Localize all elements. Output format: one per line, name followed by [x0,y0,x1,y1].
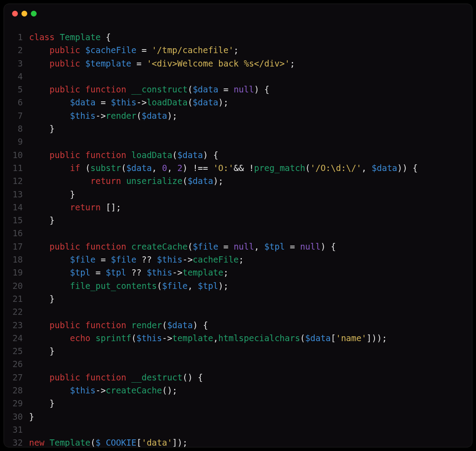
line-content[interactable]: $this->createCache(); [29,384,177,397]
token-var: $cacheFile [85,45,136,55]
line-content[interactable]: } [29,345,55,358]
code-line[interactable]: 18 $file = $file ?? $this->cacheFile; [8,253,468,266]
line-content[interactable] [29,227,34,240]
code-line[interactable]: 29 } [8,397,468,410]
code-line[interactable]: 21 } [8,292,468,305]
token-pn: ( [188,97,193,107]
line-content[interactable]: } [29,397,55,410]
token-pn: , [152,163,162,173]
code-line[interactable]: 1class Template { [8,31,468,44]
line-content[interactable]: file_put_contents($file, $tpl); [29,280,228,292]
token-pn: )) { [397,163,418,173]
code-line[interactable]: 20 file_put_contents($file, $tpl); [8,280,468,292]
line-content[interactable]: public function __construct($data = null… [29,83,270,96]
line-content[interactable] [29,423,34,436]
close-icon[interactable] [12,11,18,17]
code-line[interactable]: 31 [8,423,468,436]
code-line[interactable]: 7 $this->render($data); [8,109,468,122]
line-number: 16 [8,227,29,240]
code-line[interactable]: 32new Template($_COOKIE['data']); [8,436,468,447]
code-line[interactable]: 10 public function loadData($data) { [8,149,468,162]
token-kw: public [50,58,80,68]
line-content[interactable] [29,135,34,148]
line-content[interactable]: public $cacheFile = '/tmp/cachefile'; [29,44,239,57]
line-content[interactable]: $tpl = $tpl ?? $this->template; [29,266,228,279]
line-content[interactable]: $data = $this->loadData($data); [29,96,228,109]
code-line[interactable]: 11 if (substr($data, 0, 2) !== 'O:'&& !p… [8,162,468,175]
code-line[interactable]: 22 [8,305,468,318]
line-number: 17 [8,240,29,253]
line-content[interactable]: } [29,410,34,423]
token-pn [90,333,95,343]
code-line[interactable]: 12 return unserialize($data); [8,175,468,188]
line-content[interactable] [29,358,34,371]
token-pn [29,320,50,330]
line-content[interactable]: } [29,122,55,135]
code-line[interactable]: 19 $tpl = $tpl ?? $this->template; [8,266,468,279]
line-content[interactable]: return []; [29,201,121,214]
code-line[interactable]: 17 public function createCache($file = n… [8,240,468,253]
token-pn [29,111,70,121]
token-pn [29,176,90,186]
token-var: $tpl [70,267,91,277]
line-content[interactable]: public function createCache($file = null… [29,240,336,253]
code-line[interactable]: 27 public function __destruct() { [8,371,468,384]
token-kw: echo [70,333,91,343]
line-content[interactable]: if (substr($data, 0, 2) !== 'O:'&& !preg… [29,162,418,175]
line-content[interactable]: new Template($_COOKIE['data']); [29,436,188,447]
token-pn: && ! [234,163,254,173]
line-content[interactable]: public function __destruct() { [29,371,203,384]
code-line[interactable]: 5 public function __construct($data = nu… [8,83,468,96]
line-content[interactable]: $this->render($data); [29,109,177,122]
token-num: null [234,242,254,251]
code-line[interactable]: 4 [8,70,468,83]
code-line[interactable]: 9 [8,135,468,148]
zoom-icon[interactable] [31,11,37,17]
code-line[interactable]: 3 public $template = '<div>Welcome back … [8,57,468,70]
token-pn: ( [157,281,162,291]
token-var: $tpl [198,281,219,291]
code-line[interactable]: 8 } [8,122,468,135]
token-pn: ); [213,176,223,186]
code-line[interactable]: 26 [8,358,468,371]
token-pn [126,242,131,251]
code-line[interactable]: 15 } [8,214,468,227]
code-line[interactable]: 2 public $cacheFile = '/tmp/cachefile'; [8,44,468,57]
code-line[interactable]: 24 echo sprintf($this->template,htmlspec… [8,332,468,345]
token-pn: { [101,32,111,42]
minimize-icon[interactable] [21,11,27,17]
code-line[interactable]: 6 $data = $this->loadData($data); [8,96,468,109]
line-content[interactable]: public $template = '<div>Welcome back %s… [29,57,295,70]
line-content[interactable]: public function loadData($data) { [29,149,218,162]
token-pn: () { [182,372,203,382]
token-var: $file [193,242,218,251]
token-var: $this [111,97,136,107]
code-line[interactable]: 28 $this->createCache(); [8,384,468,397]
line-content[interactable]: } [29,214,55,227]
line-content[interactable]: } [29,188,75,201]
code-line[interactable]: 25 } [8,345,468,358]
line-content[interactable] [29,70,34,83]
line-content[interactable]: $file = $file ?? $this->cacheFile; [29,253,244,266]
code-line[interactable]: 30} [8,410,468,423]
token-pn [29,255,70,264]
code-line[interactable]: 14 return []; [8,201,468,214]
token-pn: ]); [172,438,187,447]
code-line[interactable]: 23 public function render($data) { [8,319,468,332]
line-content[interactable]: public function render($data) { [29,319,208,332]
code-line[interactable]: 13 } [8,188,468,201]
token-pn: , [254,242,264,251]
token-num: 2 [177,163,182,173]
line-content[interactable]: } [29,292,55,305]
token-pn: ( [172,150,177,160]
token-pn: ( [182,176,187,186]
line-content[interactable]: return unserialize($data); [29,175,223,188]
line-content[interactable]: class Template { [29,31,111,44]
line-content[interactable]: echo sprintf($this->template,htmlspecial… [29,332,387,345]
code-editor[interactable]: 1class Template {2 public $cacheFile = '… [4,23,472,447]
line-number: 14 [8,201,29,214]
token-var: $this [70,111,96,121]
code-line[interactable]: 16 [8,227,468,240]
token-pn: } [29,124,55,134]
line-content[interactable] [29,305,34,318]
